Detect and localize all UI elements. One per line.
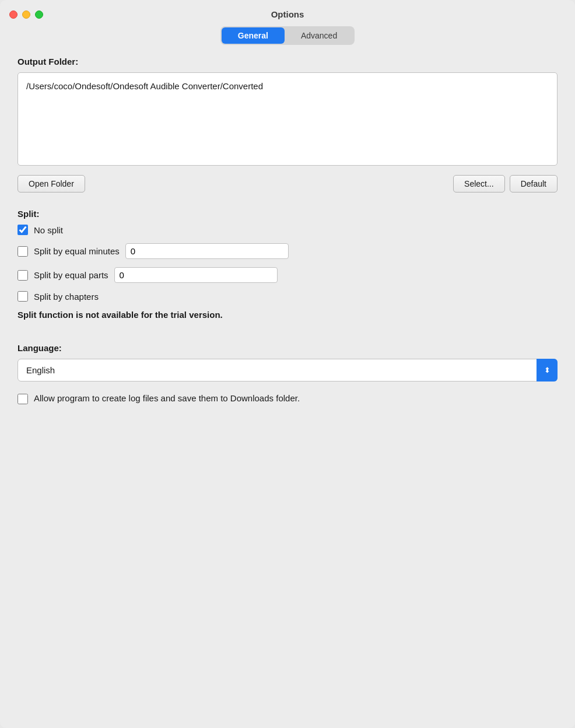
split-minutes-checkbox[interactable] xyxy=(17,246,28,257)
folder-button-row: Open Folder Select... Default xyxy=(17,175,558,192)
minimize-button[interactable] xyxy=(22,10,30,19)
output-folder-label: Output Folder: xyxy=(17,57,558,66)
tab-group: General Advanced xyxy=(220,26,355,45)
output-folder-input[interactable] xyxy=(17,72,558,166)
traffic-lights xyxy=(9,10,43,19)
right-buttons: Select... Default xyxy=(453,175,558,192)
trial-notice: Split function is not available for the … xyxy=(17,310,558,320)
language-select-wrapper: English Chinese French German Spanish Ja… xyxy=(17,359,558,382)
split-parts-input[interactable] xyxy=(114,267,278,283)
main-content: Output Folder: Open Folder Select... Def… xyxy=(0,57,575,728)
split-chapters-label: Split by chapters xyxy=(34,292,99,302)
log-files-label: Allow program to create log files and sa… xyxy=(34,393,300,403)
default-button[interactable]: Default xyxy=(510,175,558,192)
split-parts-row: Split by equal parts xyxy=(17,267,558,283)
split-chapters-row: Split by chapters xyxy=(17,291,558,302)
select-button[interactable]: Select... xyxy=(453,175,505,192)
split-parts-checkbox[interactable] xyxy=(17,270,28,281)
maximize-button[interactable] xyxy=(35,10,43,19)
split-label: Split: xyxy=(17,209,558,219)
window-title: Options xyxy=(271,9,304,19)
open-folder-button[interactable]: Open Folder xyxy=(17,175,85,192)
split-section: Split: No split Split by equal minutes S… xyxy=(17,209,558,320)
language-label: Language: xyxy=(17,343,558,353)
split-minutes-label: Split by equal minutes xyxy=(34,246,120,256)
language-section: Language: English Chinese French German … xyxy=(17,343,558,404)
log-files-checkbox[interactable] xyxy=(17,394,28,404)
split-chapters-checkbox[interactable] xyxy=(17,291,28,302)
no-split-row: No split xyxy=(17,225,558,235)
split-minutes-row: Split by equal minutes xyxy=(17,243,558,259)
no-split-checkbox[interactable] xyxy=(17,225,28,235)
language-select[interactable]: English Chinese French German Spanish Ja… xyxy=(17,359,558,382)
log-files-row: Allow program to create log files and sa… xyxy=(17,393,558,404)
close-button[interactable] xyxy=(9,10,17,19)
window: Options General Advanced Output Folder: … xyxy=(0,0,575,728)
split-parts-label: Split by equal parts xyxy=(34,270,108,280)
no-split-label: No split xyxy=(34,225,63,235)
tabs-container: General Advanced xyxy=(0,26,575,45)
split-minutes-input[interactable] xyxy=(125,243,289,259)
tab-general[interactable]: General xyxy=(222,27,285,44)
title-bar: Options xyxy=(0,0,575,26)
tab-advanced[interactable]: Advanced xyxy=(285,27,353,44)
